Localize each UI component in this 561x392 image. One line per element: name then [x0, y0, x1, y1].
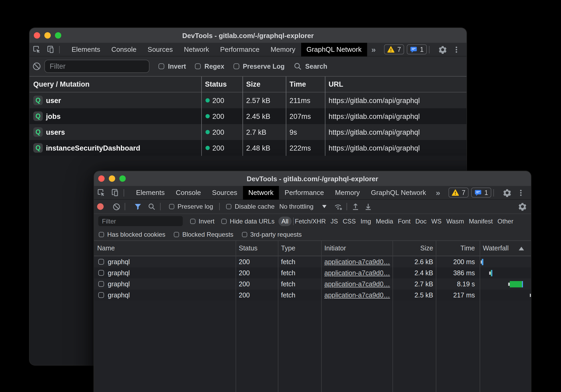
- row-checkbox[interactable]: [98, 259, 104, 265]
- throttling-select[interactable]: No throttling: [279, 203, 327, 210]
- clear-icon[interactable]: [30, 59, 43, 73]
- column-header-waterfall[interactable]: Waterfall: [480, 241, 531, 256]
- settings-gear-icon[interactable]: [500, 186, 514, 199]
- warnings-badge[interactable]: 7: [448, 188, 469, 198]
- import-har-icon[interactable]: [349, 200, 362, 213]
- hide-data-urls-checkbox[interactable]: Hide data URLs: [221, 217, 274, 225]
- column-divider[interactable]: [480, 241, 480, 392]
- column-header-time[interactable]: Time: [286, 77, 325, 92]
- initiator-link[interactable]: application-a7ca9d0…: [324, 258, 390, 265]
- tab-sources[interactable]: Sources: [207, 186, 243, 199]
- third-party-requests-checkbox[interactable]: 3rd-party requests: [242, 231, 302, 238]
- export-har-icon[interactable]: [362, 200, 375, 213]
- filter-input[interactable]: Filter: [44, 60, 149, 73]
- filter-input[interactable]: Filter: [98, 216, 183, 226]
- row-checkbox[interactable]: [98, 270, 104, 276]
- record-button[interactable]: [94, 200, 107, 213]
- tab-memory[interactable]: Memory: [329, 186, 365, 199]
- table-row[interactable]: graphql 200 fetch application-a7ca9d0… 2…: [94, 267, 531, 278]
- preserve-log-checkbox[interactable]: Preserve Log: [233, 63, 284, 70]
- filter-chip-ws[interactable]: WS: [431, 217, 442, 225]
- clear-icon[interactable]: [110, 200, 123, 213]
- column-header-name[interactable]: Name: [94, 241, 236, 256]
- device-toolbar-icon[interactable]: [43, 43, 57, 56]
- tab-graphql-network[interactable]: GraphQL Network: [365, 186, 432, 199]
- column-header-initiator[interactable]: Initiator: [321, 241, 392, 256]
- column-header-url[interactable]: URL: [325, 77, 466, 92]
- table-row[interactable]: QinstanceSecurityDashboard 200 2.48 kB 2…: [30, 140, 466, 156]
- filter-chip-all[interactable]: All: [278, 216, 292, 226]
- column-divider[interactable]: [201, 77, 202, 156]
- more-menu-icon[interactable]: [514, 186, 528, 199]
- search-button[interactable]: Search: [294, 62, 327, 70]
- table-row[interactable]: graphql 200 fetch application-a7ca9d0… 2…: [94, 278, 531, 290]
- column-header-status[interactable]: Status: [236, 241, 278, 256]
- tab-network[interactable]: Network: [243, 186, 279, 199]
- column-header-size[interactable]: Size: [392, 241, 436, 256]
- tab-sources[interactable]: Sources: [142, 43, 178, 56]
- tab-memory[interactable]: Memory: [265, 43, 301, 56]
- blocked-requests-checkbox[interactable]: Blocked Requests: [174, 231, 233, 238]
- tab-elements[interactable]: Elements: [130, 186, 170, 199]
- row-checkbox[interactable]: [98, 281, 104, 287]
- invert-checkbox[interactable]: Invert: [190, 217, 214, 225]
- filter-chip-media[interactable]: Media: [376, 217, 393, 225]
- filter-chip-doc[interactable]: Doc: [415, 217, 427, 225]
- warnings-badge[interactable]: 7: [384, 44, 404, 54]
- column-divider[interactable]: [392, 241, 393, 392]
- table-row[interactable]: Qjobs 200 2.45 kB 207ms https://gitlab.c…: [30, 108, 466, 124]
- filter-chip-font[interactable]: Font: [398, 217, 410, 225]
- settings-gear-icon[interactable]: [516, 200, 529, 213]
- invert-checkbox[interactable]: Invert: [158, 63, 186, 70]
- column-header-status[interactable]: Status: [201, 77, 242, 92]
- column-header-type[interactable]: Type: [278, 241, 321, 256]
- column-divider[interactable]: [242, 77, 243, 156]
- settings-gear-icon[interactable]: [436, 43, 450, 56]
- tab-console[interactable]: Console: [170, 186, 206, 199]
- messages-badge[interactable]: 1: [471, 188, 491, 198]
- initiator-link[interactable]: application-a7ca9d0…: [324, 269, 390, 277]
- more-tabs-icon[interactable]: »: [367, 45, 380, 54]
- filter-chip-wasm[interactable]: Wasm: [446, 217, 464, 225]
- tab-console[interactable]: Console: [106, 43, 142, 56]
- filter-funnel-icon[interactable]: [132, 200, 144, 213]
- column-header-query-mutation[interactable]: Query / Mutation: [30, 77, 201, 92]
- messages-badge[interactable]: 1: [407, 44, 427, 54]
- tab-performance[interactable]: Performance: [279, 186, 330, 199]
- table-row[interactable]: graphql 200 fetch application-a7ca9d0… 2…: [94, 290, 531, 301]
- filter-chip-css[interactable]: CSS: [343, 217, 356, 225]
- search-icon[interactable]: [145, 200, 158, 213]
- column-header-time[interactable]: Time: [436, 241, 480, 256]
- filter-chip-other[interactable]: Other: [498, 217, 513, 225]
- network-conditions-icon[interactable]: [332, 200, 345, 213]
- row-checkbox[interactable]: [98, 292, 104, 298]
- filter-chip-js[interactable]: JS: [331, 217, 338, 225]
- tab-graphql-network[interactable]: GraphQL Network: [301, 43, 367, 56]
- inspect-element-icon[interactable]: [94, 186, 108, 199]
- tab-performance[interactable]: Performance: [215, 43, 265, 56]
- regex-checkbox[interactable]: Regex: [195, 63, 224, 70]
- column-divider[interactable]: [236, 241, 236, 392]
- column-divider[interactable]: [278, 241, 278, 392]
- initiator-link[interactable]: application-a7ca9d0…: [324, 291, 390, 299]
- titlebar[interactable]: DevTools - gitlab.com/-/graphql-explorer: [94, 171, 531, 186]
- table-row[interactable]: Qusers 200 2.7 kB 9s https://gitlab.com/…: [30, 124, 466, 140]
- preserve-log-checkbox[interactable]: Preserve log: [169, 203, 213, 210]
- tab-elements[interactable]: Elements: [66, 43, 106, 56]
- disable-cache-checkbox[interactable]: Disable cache: [226, 203, 275, 210]
- table-row[interactable]: Quser 200 2.57 kB 211ms https://gitlab.c…: [30, 92, 466, 108]
- tab-network[interactable]: Network: [178, 43, 214, 56]
- more-tabs-icon[interactable]: »: [432, 188, 445, 197]
- has-blocked-cookies-checkbox[interactable]: Has blocked cookies: [99, 231, 165, 238]
- device-toolbar-icon[interactable]: [108, 186, 121, 199]
- column-divider[interactable]: [436, 241, 436, 392]
- initiator-link[interactable]: application-a7ca9d0…: [324, 280, 390, 288]
- filter-chip-fetch-xhr[interactable]: Fetch/XHR: [295, 217, 326, 225]
- titlebar[interactable]: DevTools - gitlab.com/-/graphql-explorer: [30, 28, 466, 43]
- column-divider[interactable]: [321, 241, 322, 392]
- more-menu-icon[interactable]: [450, 43, 463, 56]
- filter-chip-manifest[interactable]: Manifest: [469, 217, 493, 225]
- column-divider[interactable]: [286, 77, 286, 156]
- filter-chip-img[interactable]: Img: [361, 217, 371, 225]
- column-header-size[interactable]: Size: [242, 77, 286, 92]
